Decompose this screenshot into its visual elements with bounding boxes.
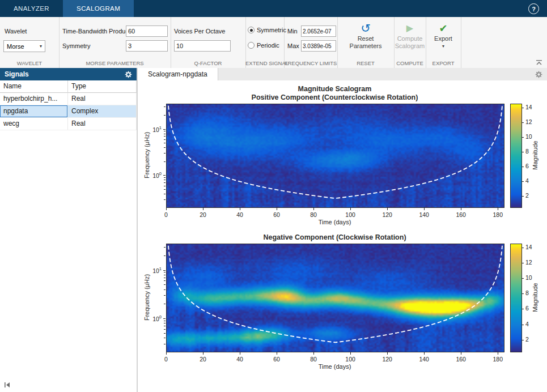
- colorbar-tick-label: 4: [525, 177, 538, 184]
- reset-button-label-line2: Parameters: [350, 42, 382, 50]
- x-tick: [203, 208, 203, 210]
- x-tick-label: 80: [305, 211, 322, 218]
- y-minor-tick: [164, 106, 166, 107]
- time-bandwidth-input[interactable]: [126, 25, 168, 37]
- section-label-reset: RESET: [337, 60, 394, 66]
- y-minor-tick: [164, 115, 166, 116]
- signal-name: wecg: [0, 118, 68, 130]
- colorbar-label: Magnitude: [532, 140, 538, 169]
- y-minor-tick: [164, 161, 166, 162]
- x-tick: [240, 208, 240, 210]
- column-header-name: Name: [0, 80, 68, 93]
- y-minor-tick: [164, 338, 166, 338]
- x-tick-label: 160: [452, 211, 469, 218]
- play-icon: ▶: [406, 22, 413, 35]
- colorbar-tick-label: 10: [525, 133, 538, 140]
- x-tick: [277, 208, 277, 210]
- tab-scalogram[interactable]: SCALOGRAM: [63, 0, 134, 17]
- colorbar-tick-label: 2: [525, 336, 538, 343]
- y-minor-tick: [164, 134, 166, 134]
- wavelet-dropdown[interactable]: Morse ▾: [3, 40, 45, 52]
- reset-parameters-button[interactable]: ↺ Reset Parameters: [337, 17, 394, 60]
- signal-name: hyperbolchirp_h...: [0, 93, 68, 105]
- colorbar-tick: [522, 293, 524, 294]
- colorbar-tick-label: 10: [525, 274, 538, 281]
- x-tick: [166, 208, 167, 210]
- collapse-panel-icon[interactable]: [3, 381, 11, 389]
- x-tick: [203, 352, 203, 355]
- y-minor-tick: [164, 326, 166, 326]
- export-button[interactable]: ✔ Export ▾: [426, 17, 461, 60]
- tab-scalogram-npgdata[interactable]: Scalogram-npgdata: [138, 68, 218, 80]
- x-tick-label: 20: [194, 356, 211, 363]
- document-tab-bar: Scalogram-npgdata: [138, 68, 547, 81]
- y-minor-tick: [164, 344, 166, 344]
- colorbar-tick-label: 4: [525, 321, 538, 327]
- scalogram-figure: Magnitude ScalogramPositive Component (C…: [138, 80, 547, 392]
- max-label: Max: [287, 42, 299, 49]
- radio-circle-icon: [248, 27, 255, 33]
- y-minor-tick: [164, 333, 166, 334]
- voices-per-octave-input[interactable]: [174, 40, 231, 52]
- scalogram-canvas-positive: [166, 104, 504, 208]
- signal-type: Complex: [68, 105, 137, 118]
- x-tick-label: 40: [231, 356, 248, 363]
- signal-row-npgdata[interactable]: npgdataComplex: [0, 105, 137, 118]
- x-tick: [461, 352, 461, 355]
- toolstrip-tab-bar: ANALYZER SCALOGRAM ?: [0, 0, 547, 17]
- max-frequency-input[interactable]: [301, 40, 336, 52]
- colorbar-tick: [522, 278, 524, 279]
- panel-gear-icon[interactable]: [125, 71, 132, 78]
- x-tick: [461, 208, 461, 210]
- wavelet-time-frequency-analyzer-app: ANALYZER SCALOGRAM ? Wavelet Morse ▾ WAV…: [0, 0, 547, 392]
- y-axis-label: Frequency (µHz): [143, 132, 150, 178]
- colorbar-tick-label: 14: [525, 244, 538, 250]
- symmetry-input[interactable]: [126, 40, 168, 52]
- section-label-export: EXPORT: [426, 60, 461, 66]
- min-frequency-input[interactable]: [301, 25, 336, 37]
- figure-options-gear-icon[interactable]: [535, 71, 542, 78]
- colorbar-negative: [510, 244, 522, 352]
- colorbar-tick: [522, 325, 524, 325]
- x-tick: [277, 352, 277, 355]
- colorbar-tick: [522, 181, 524, 182]
- toolstrip-collapse-icon[interactable]: [536, 59, 542, 66]
- y-minor-tick: [164, 247, 166, 248]
- section-label-extend-signal: EXTEND SIGNAL: [245, 60, 284, 66]
- tab-analyzer[interactable]: ANALYZER: [0, 0, 63, 17]
- x-tick-label: 60: [268, 211, 285, 218]
- y-minor-tick: [164, 177, 166, 178]
- help-icon[interactable]: ?: [528, 3, 539, 14]
- symmetry-label: Symmetry: [62, 42, 91, 49]
- radio-periodic-label: Periodic: [257, 42, 279, 49]
- radio-periodic[interactable]: Periodic: [248, 42, 279, 49]
- x-tick: [350, 352, 351, 355]
- x-tick: [424, 352, 425, 355]
- y-minor-tick: [164, 194, 166, 194]
- radio-symmetric[interactable]: Symmetric: [248, 27, 286, 33]
- export-button-label: Export: [434, 35, 452, 42]
- x-tick: [498, 208, 498, 210]
- colorbar-tick: [522, 248, 524, 248]
- y-minor-tick: [164, 180, 166, 180]
- signals-table-header: Name Type: [0, 80, 137, 93]
- signal-row-hyperbolchirp_h[interactable]: hyperbolchirp_h...Real: [0, 93, 137, 105]
- y-minor-tick: [164, 186, 166, 186]
- export-check-icon: ✔: [439, 22, 447, 35]
- compute-scalogram-button[interactable]: ▶ Compute Scalogram: [394, 17, 426, 60]
- signal-row-wecg[interactable]: wecgReal: [0, 118, 137, 130]
- x-tick: [350, 208, 351, 210]
- compute-button-label-line1: Compute: [397, 35, 423, 42]
- y-minor-tick: [164, 199, 166, 200]
- y-tick: [163, 270, 166, 271]
- plot-title-line: Negative Component (Clockwise Rotation): [166, 233, 503, 242]
- x-tick-label: 60: [268, 356, 285, 363]
- x-tick-label: 120: [379, 356, 396, 363]
- colorbar-tick-label: 12: [525, 259, 538, 266]
- y-minor-tick: [164, 289, 166, 290]
- y-minor-tick: [164, 275, 166, 275]
- x-tick-label: 140: [415, 211, 432, 218]
- x-tick-label: 140: [415, 356, 432, 363]
- reset-icon: ↺: [361, 22, 371, 35]
- scalogram-canvas-negative: [166, 244, 504, 352]
